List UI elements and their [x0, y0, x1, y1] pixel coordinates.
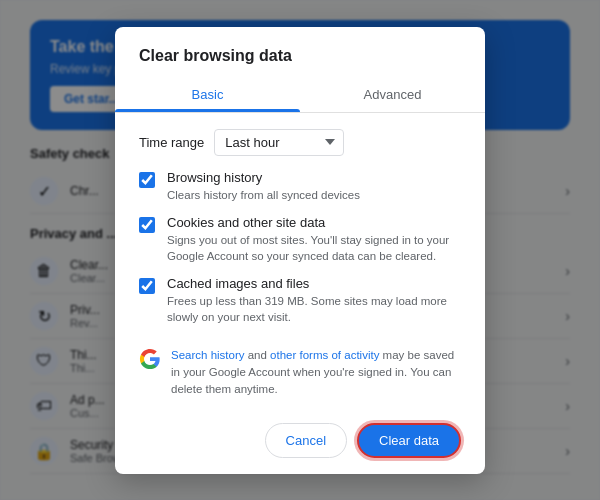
cancel-button[interactable]: Cancel [265, 423, 347, 458]
checkbox-browsing-history-desc: Clears history from all synced devices [167, 187, 360, 203]
dialog-title: Clear browsing data [115, 27, 485, 65]
tabs-container: Basic Advanced [115, 77, 485, 113]
checkbox-browsing-history-title: Browsing history [167, 170, 360, 185]
tab-basic[interactable]: Basic [115, 77, 300, 112]
checkbox-cookies-title: Cookies and other site data [167, 215, 461, 230]
clear-browsing-dialog: Clear browsing data Basic Advanced Time … [115, 27, 485, 474]
checkbox-cached[interactable] [139, 278, 155, 294]
checkbox-item-cached: Cached images and files Frees up less th… [139, 276, 461, 325]
time-range-label: Time range [139, 135, 204, 150]
info-box: Search history and other forms of activi… [139, 337, 461, 403]
dialog-body: Time range Last hour Last 24 hours Last … [115, 113, 485, 413]
google-logo-icon [139, 348, 161, 370]
checkbox-item-browsing-history: Browsing history Clears history from all… [139, 170, 461, 203]
checkbox-browsing-history[interactable] [139, 172, 155, 188]
checkbox-item-cookies: Cookies and other site data Signs you ou… [139, 215, 461, 264]
time-range-row: Time range Last hour Last 24 hours Last … [139, 129, 461, 156]
modal-overlay: Clear browsing data Basic Advanced Time … [0, 0, 600, 500]
checkbox-cookies-desc: Signs you out of most sites. You'll stay… [167, 232, 461, 264]
clear-data-button[interactable]: Clear data [357, 423, 461, 458]
checkbox-cookies[interactable] [139, 217, 155, 233]
dialog-footer: Cancel Clear data [115, 413, 485, 474]
checkbox-cached-title: Cached images and files [167, 276, 461, 291]
checkbox-cached-desc: Frees up less than 319 MB. Some sites ma… [167, 293, 461, 325]
time-range-select[interactable]: Last hour Last 24 hours Last 7 days Last… [214, 129, 344, 156]
tab-advanced[interactable]: Advanced [300, 77, 485, 112]
info-and-text: and [248, 349, 270, 361]
info-text: Search history and other forms of activi… [171, 347, 461, 399]
search-history-link[interactable]: Search history [171, 349, 245, 361]
other-forms-link[interactable]: other forms of activity [270, 349, 379, 361]
